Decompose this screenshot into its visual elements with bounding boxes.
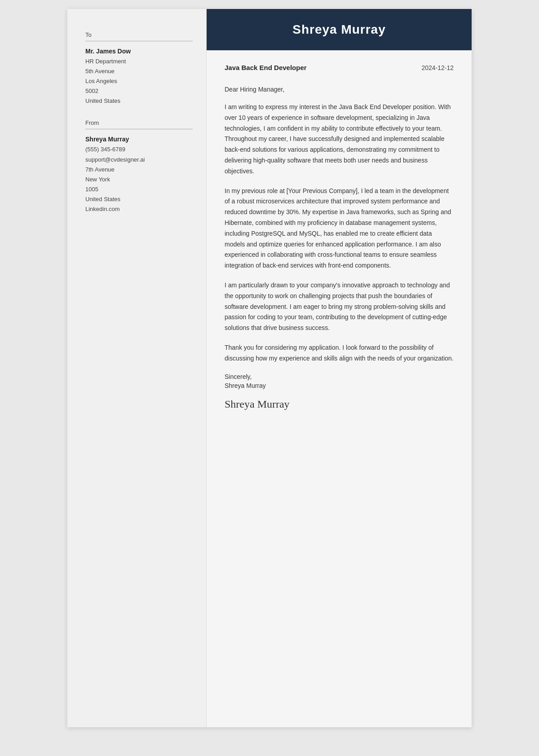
sender-city: New York bbox=[85, 175, 193, 185]
closing: Sincerely, bbox=[225, 373, 454, 380]
header-name: Shreya Murray bbox=[225, 22, 454, 37]
to-section: To Mr. James Dow HR Department 5th Avenu… bbox=[85, 31, 193, 106]
recipient-city: Los Angeles bbox=[85, 76, 193, 86]
to-label: To bbox=[85, 31, 193, 38]
main-content: Shreya Murray Java Back End Developer 20… bbox=[207, 9, 472, 727]
to-divider bbox=[85, 41, 193, 41]
header-banner: Shreya Murray bbox=[207, 9, 472, 50]
sender-street: 7th Avenue bbox=[85, 165, 193, 175]
recipient-zip: 5002 bbox=[85, 86, 193, 96]
sender-country: United States bbox=[85, 194, 193, 204]
from-divider bbox=[85, 129, 193, 129]
greeting: Dear Hiring Manager, bbox=[225, 86, 454, 93]
signature: Shreya Murray bbox=[225, 398, 454, 410]
sender-name: Shreya Murray bbox=[85, 136, 193, 143]
paragraph-4: Thank you for considering my application… bbox=[225, 343, 454, 364]
sender-zip: 1005 bbox=[85, 185, 193, 194]
paragraph-1: I am writing to express my interest in t… bbox=[225, 102, 454, 177]
paragraph-3: I am particularly drawn to your company'… bbox=[225, 280, 454, 334]
paragraph-2: In my previous role at [Your Previous Co… bbox=[225, 186, 454, 271]
job-date: 2024-12-12 bbox=[421, 64, 454, 71]
letter-body: Java Back End Developer 2024-12-12 Dear … bbox=[207, 50, 472, 424]
recipient-country: United States bbox=[85, 96, 193, 106]
sender-email: support@cvdesigner.ai bbox=[85, 155, 193, 165]
recipient-department: HR Department bbox=[85, 57, 193, 66]
cover-letter-page: To Mr. James Dow HR Department 5th Avenu… bbox=[67, 9, 472, 727]
sidebar: To Mr. James Dow HR Department 5th Avenu… bbox=[67, 9, 207, 727]
job-title: Java Back End Developer bbox=[225, 64, 307, 71]
from-label: From bbox=[85, 119, 193, 126]
sender-linkedin: Linkedin.com bbox=[85, 204, 193, 214]
sender-phone: (555) 345-6789 bbox=[85, 145, 193, 154]
from-section: From Shreya Murray (555) 345-6789 suppor… bbox=[85, 119, 193, 214]
job-title-row: Java Back End Developer 2024-12-12 bbox=[225, 64, 454, 73]
recipient-street: 5th Avenue bbox=[85, 66, 193, 76]
recipient-name: Mr. James Dow bbox=[85, 48, 193, 55]
closing-name: Shreya Murray bbox=[225, 382, 454, 389]
